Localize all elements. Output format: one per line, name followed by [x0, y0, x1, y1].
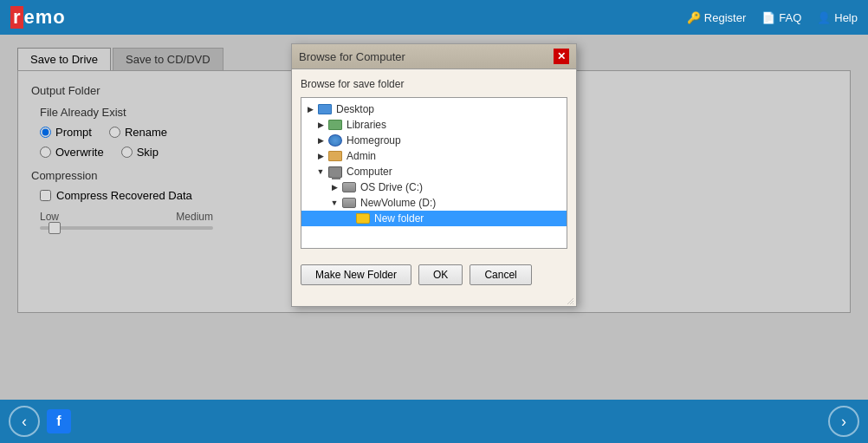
browse-dialog: Browse for Computer ✕ Browse for save fo…: [291, 43, 577, 307]
tree-label-admin: Admin: [347, 150, 376, 162]
expand-icon: [343, 213, 353, 224]
new-folder-icon: [355, 212, 371, 225]
libraries-icon: [327, 119, 343, 131]
resize-grip-icon[interactable]: [565, 296, 573, 304]
expand-icon: ▶: [305, 104, 315, 114]
expand-icon: ▶: [329, 182, 340, 192]
expand-icon: ▼: [315, 166, 326, 177]
next-button[interactable]: ›: [828, 406, 859, 437]
tree-label-desktop: Desktop: [336, 103, 374, 115]
bottom-bar: ‹ f ›: [0, 400, 868, 443]
tree-item-newvolume[interactable]: ▼ NewVolume (D:): [301, 195, 567, 211]
dialog-buttons: Make New Folder OK Cancel: [292, 257, 576, 294]
tree-view[interactable]: ▶ Desktop ▶ Libraries ▶ Homegroup: [301, 97, 567, 249]
faq-button[interactable]: 📄 FAQ: [761, 11, 801, 24]
main-area: Save to Drive Save to CD/DVD Output Fold…: [0, 35, 868, 400]
faq-label: FAQ: [779, 11, 801, 24]
logo-r: r: [10, 6, 23, 29]
tree-item-computer[interactable]: ▼ Computer: [301, 164, 567, 179]
desktop-icon: [317, 103, 333, 115]
tree-item-desktop[interactable]: ▶ Desktop: [301, 101, 567, 117]
facebook-button[interactable]: f: [47, 409, 71, 433]
dialog-titlebar: Browse for Computer ✕: [292, 44, 576, 69]
register-label: Register: [704, 11, 746, 24]
dialog-overlay: Browse for Computer ✕ Browse for save fo…: [0, 35, 868, 400]
os-drive-icon: [341, 181, 357, 193]
faq-icon: 📄: [761, 11, 775, 24]
key-icon: 🔑: [687, 11, 701, 24]
logo: r emo: [10, 6, 66, 29]
tree-label-new-folder: New folder: [374, 212, 424, 225]
expand-icon: ▶: [315, 135, 326, 146]
logo-text: emo: [24, 6, 66, 29]
tree-label-newvolume: NewVolume (D:): [360, 197, 436, 209]
help-label: Help: [834, 11, 858, 24]
admin-icon: [327, 150, 343, 162]
expand-icon: ▶: [315, 120, 326, 130]
dialog-resize: [292, 294, 576, 306]
tree-item-admin[interactable]: ▶ Admin: [301, 148, 567, 164]
homegroup-icon: [327, 134, 343, 147]
expand-icon: ▼: [329, 198, 340, 208]
header-actions: 🔑 Register 📄 FAQ 👤 Help: [687, 11, 858, 24]
help-icon: 👤: [817, 11, 831, 24]
tree-item-new-folder[interactable]: New folder: [301, 211, 567, 226]
tree-item-os-drive[interactable]: ▶ OS Drive (C:): [301, 179, 567, 195]
expand-icon: ▶: [315, 151, 326, 161]
register-button[interactable]: 🔑 Register: [687, 11, 746, 24]
tree-label-homegroup: Homegroup: [347, 134, 401, 147]
ok-button[interactable]: OK: [418, 264, 463, 285]
dialog-instruction: Browse for save folder: [301, 78, 567, 90]
tree-label-libraries: Libraries: [347, 119, 386, 131]
back-button[interactable]: ‹: [9, 406, 40, 437]
make-new-folder-button[interactable]: Make New Folder: [301, 264, 411, 285]
tree-label-os-drive: OS Drive (C:): [360, 181, 423, 193]
newvolume-icon: [341, 197, 357, 209]
help-button[interactable]: 👤 Help: [817, 11, 858, 24]
dialog-title: Browse for Computer: [299, 50, 405, 63]
header: r emo 🔑 Register 📄 FAQ 👤 Help: [0, 0, 868, 35]
dialog-close-button[interactable]: ✕: [554, 49, 569, 64]
tree-label-computer: Computer: [347, 166, 392, 178]
cancel-button[interactable]: Cancel: [470, 264, 531, 285]
tree-item-libraries[interactable]: ▶ Libraries: [301, 117, 567, 133]
computer-icon: [327, 166, 343, 178]
tree-item-homegroup[interactable]: ▶ Homegroup: [301, 133, 567, 148]
dialog-body: Browse for save folder ▶ Desktop ▶ Libra…: [292, 69, 576, 257]
svg-line-2: [573, 303, 573, 304]
